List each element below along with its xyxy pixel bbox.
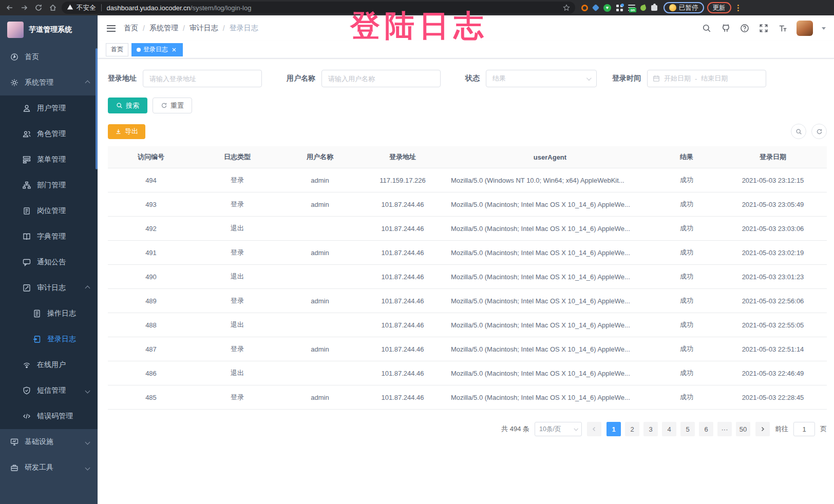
total-count: 共 494 条 [501,424,529,434]
org-tree-icon [23,181,31,189]
github-icon[interactable] [721,23,731,33]
user-avatar[interactable] [797,21,813,36]
table-row: 488退出101.87.244.46Mozilla/5.0 (Macintosh… [108,313,827,337]
browser-menu-icon[interactable] [734,5,742,11]
table-header-row: 访问编号 日志类型 用户名称 登录地址 userAgent 结果 登录日期 [108,146,827,168]
extension-orange-ring-icon[interactable] [581,5,588,11]
avatar-caret-icon[interactable] [822,27,826,30]
page-button-6[interactable]: 6 [699,422,713,436]
sidebar-item-login-log[interactable]: 登录日志 [0,326,98,352]
page-button-50[interactable]: 50 [736,422,750,436]
username-input[interactable] [321,70,441,87]
extension-blue-gem-icon[interactable] [592,4,599,11]
book-icon [23,232,31,241]
fullscreen-icon[interactable] [759,23,769,33]
username-label: 用户名称 [287,74,315,83]
prev-page-button[interactable] [587,422,601,436]
extension-tabs-on-icon[interactable]: on [628,5,635,11]
sidebar-item-operation-log[interactable]: 操作日志 [0,301,98,326]
browser-reload-icon[interactable] [33,2,44,13]
security-label[interactable]: 不安全 [77,4,96,12]
dashboard-icon [10,53,18,61]
browser-update-button[interactable]: 更新 [707,2,731,13]
active-dot-icon [137,48,141,52]
message-icon [23,258,31,266]
page-button-1[interactable]: 1 [606,422,621,436]
page-button-3[interactable]: 3 [643,422,658,436]
col-login-address: 登录地址 [359,146,446,168]
sidebar-item-home[interactable]: 首页 [0,44,98,70]
paused-extension-badge[interactable]: 已暂停 [664,2,704,13]
security-warning-icon [67,4,73,12]
sidebar-item-dict[interactable]: 字典管理 [0,224,98,249]
sidebar-item-posts[interactable]: 岗位管理 [0,198,98,224]
extension-green-heart-icon[interactable]: ♥ [603,4,611,12]
search-button[interactable]: 搜索 [108,98,147,113]
form-icon [33,309,41,318]
sidebar-item-departments[interactable]: 部门管理 [0,172,98,198]
font-size-icon[interactable] [778,23,788,33]
app-window: 芋道管理系统 首页 系统管理 用户管理 角色管理 [0,15,834,504]
extensions-puzzle-icon[interactable] [651,5,657,11]
main-area: 首页/ 系统管理/ 审计日志/ 登录日志 首页 [98,15,834,504]
paused-label: 已暂停 [679,4,698,12]
table-row: 489登录admin101.87.244.46Mozilla/5.0 (Maci… [108,289,827,313]
help-icon[interactable] [740,23,750,33]
browser-chrome: 不安全 dashboard.yudao.iocoder.cn/system/lo… [0,0,834,15]
date-range-picker[interactable]: 开始日期 - 结束日期 [647,70,766,87]
refresh-icon [816,128,823,135]
extension-leaf-icon[interactable] [639,4,647,11]
browser-home-icon[interactable] [47,2,59,13]
more-pages-button[interactable]: ··· [717,422,732,436]
hamburger-icon[interactable] [106,23,117,34]
browser-forward-icon[interactable] [18,2,30,13]
breadcrumb-home[interactable]: 首页 [124,24,138,33]
sidebar-menu: 首页 系统管理 用户管理 角色管理 菜单管理 [0,44,98,480]
sidebar-item-menus[interactable]: 菜单管理 [0,147,98,172]
tag-home[interactable]: 首页 [106,43,128,56]
page-button-2[interactable]: 2 [625,422,639,436]
sidebar-item-error-codes[interactable]: 错误码管理 [0,403,98,429]
url-bar[interactable]: 不安全 dashboard.yudao.iocoder.cn/system/lo… [62,2,575,14]
sidebar-item-infrastructure[interactable]: 基础设施 [0,429,98,455]
end-date-placeholder: 结束日期 [701,74,728,83]
login-log-table: 访问编号 日志类型 用户名称 登录地址 userAgent 结果 登录日期 49… [108,146,827,410]
sidebar-item-audit-log[interactable]: 审计日志 [0,275,98,301]
sidebar-item-sms[interactable]: 短信管理 [0,378,98,403]
sidebar-item-notices[interactable]: 通知公告 [0,249,98,275]
search-icon[interactable] [702,23,712,33]
reset-button[interactable]: 重置 [153,98,192,113]
login-address-input[interactable] [143,70,262,87]
extension-grid-icon[interactable] [616,5,623,11]
status-select[interactable]: 结果 [486,70,597,87]
app-logo[interactable]: 芋道管理系统 [0,15,98,44]
breadcrumb: 首页/ 系统管理/ 审计日志/ 登录日志 [124,24,258,33]
tag-login-log[interactable]: 登录日志 [131,43,183,56]
bookmark-star-icon[interactable] [563,4,570,11]
sidebar-item-system[interactable]: 系统管理 [0,70,98,95]
update-label: 更新 [713,4,726,12]
browser-back-icon[interactable] [4,2,15,13]
next-page-button[interactable] [755,422,770,436]
close-tag-icon[interactable] [170,46,178,53]
page-button-5[interactable]: 5 [680,422,695,436]
goto-page-input[interactable] [793,422,815,436]
breadcrumb-system[interactable]: 系统管理 [149,24,178,33]
calendar-icon [653,75,660,82]
sidebar-item-online-users[interactable]: 在线用户 [0,352,98,378]
code-icon [23,412,31,420]
page-size-select[interactable]: 10条/页 [535,422,582,436]
table-row: 492退出101.87.244.46Mozilla/5.0 (Macintosh… [108,217,827,241]
login-time-label: 登录时间 [612,74,641,83]
refresh-table-button[interactable] [811,124,827,139]
toggle-search-button[interactable] [791,124,806,139]
toolbox-icon [10,463,18,472]
page-button-4[interactable]: 4 [662,422,676,436]
breadcrumb-audit[interactable]: 审计日志 [189,24,218,33]
sidebar-item-roles[interactable]: 角色管理 [0,121,98,147]
filter-actions: 搜索 重置 [108,98,827,113]
sidebar-item-users[interactable]: 用户管理 [0,95,98,121]
sidebar-item-dev-tools[interactable]: 研发工具 [0,455,98,480]
sidebar-scrollbar[interactable] [96,48,98,169]
export-button[interactable]: 导出 [108,124,145,139]
